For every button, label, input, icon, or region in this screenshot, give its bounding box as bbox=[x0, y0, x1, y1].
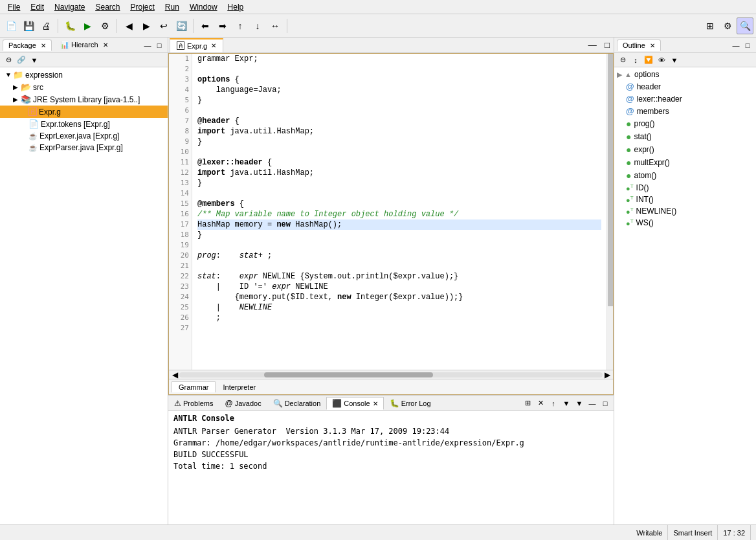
bottom-tab-interpreter[interactable]: Interpreter bbox=[216, 381, 263, 393]
code-line-20[interactable]: prog: stat+ ; bbox=[197, 251, 601, 261]
toolbar-nav-prev-btn[interactable]: ↑ bbox=[232, 17, 249, 34]
toolbar-prev-btn[interactable]: ◀ bbox=[120, 17, 137, 34]
tab-outline-close[interactable]: ✕ bbox=[650, 42, 655, 49]
code-line-6[interactable] bbox=[197, 106, 601, 116]
toolbar-nav-last-btn[interactable]: ↔ bbox=[267, 17, 284, 34]
bottom-tab-declaration[interactable]: 🔍 Declaration bbox=[267, 397, 327, 410]
code-line-1[interactable]: grammar Expr; bbox=[197, 54, 601, 64]
code-line-3[interactable]: options { bbox=[197, 74, 601, 85]
outline-item-multExpr[interactable]: ●multExpr() bbox=[614, 156, 756, 169]
editor-scrollbar-h[interactable]: ◀ ▶ bbox=[169, 370, 613, 379]
code-line-4[interactable]: language=Java; bbox=[197, 85, 601, 95]
editor-tab-expr-g[interactable]: 🄰 Expr.g ✕ bbox=[170, 38, 223, 52]
tree-arrow-src[interactable]: ▶ bbox=[13, 84, 21, 91]
toolbar-settings-btn[interactable]: ⚙ bbox=[719, 17, 736, 34]
scrollbar-track[interactable] bbox=[179, 372, 603, 377]
editor-max-btn[interactable]: □ bbox=[601, 39, 614, 51]
scroll-left-btn[interactable]: ◀ bbox=[170, 370, 179, 379]
scrollbar-thumb[interactable] bbox=[264, 372, 434, 377]
tree-arrow-jre[interactable]: ▶ bbox=[13, 96, 21, 103]
code-line-11[interactable]: @lexer::header { bbox=[197, 157, 601, 168]
toolbar-view-btn[interactable]: ⊞ bbox=[702, 17, 718, 34]
outline-item-NEWLINE[interactable]: ●TNEWLINE() bbox=[614, 205, 756, 217]
outline-item-ID[interactable]: ●TID() bbox=[614, 182, 756, 194]
bottom-panel-btn1[interactable]: ⊞ bbox=[522, 398, 533, 409]
bottom-panel-max-btn[interactable]: □ bbox=[599, 398, 611, 409]
collapse-all-btn[interactable]: ⊖ bbox=[3, 54, 14, 66]
outline-collapse-btn[interactable]: ⊖ bbox=[617, 54, 628, 66]
tree-item-expr-parser[interactable]: ☕ ExprParser.java [Expr.g] bbox=[0, 142, 168, 153]
code-line-9[interactable]: } bbox=[197, 137, 601, 147]
bottom-panel-btn5[interactable]: ▼ bbox=[573, 398, 585, 409]
outline-item-header[interactable]: @header bbox=[614, 80, 756, 93]
menu-help[interactable]: Help bbox=[223, 1, 249, 13]
outline-expand-arrow[interactable]: ▶ bbox=[617, 71, 622, 79]
toolbar-run-btn[interactable]: ▶ bbox=[79, 17, 96, 34]
outline-filter-btn[interactable]: 🔽 bbox=[643, 54, 654, 66]
code-line-25[interactable]: | NEWLINE bbox=[197, 302, 601, 313]
outline-min-btn[interactable]: — bbox=[730, 39, 742, 51]
toolbar-back-btn[interactable]: ⬅ bbox=[197, 17, 214, 34]
code-line-16[interactable]: /** Map variable name to Integer object … bbox=[197, 209, 601, 219]
toolbar-search-btn[interactable]: 🔍 bbox=[737, 17, 753, 34]
menu-run[interactable]: Run bbox=[160, 1, 184, 13]
tree-arrow-expression[interactable]: ▼ bbox=[5, 71, 13, 78]
toolbar-save-btn[interactable]: 💾 bbox=[20, 17, 37, 34]
bottom-tab-error-log[interactable]: 🐛 Error Log bbox=[384, 397, 437, 410]
code-line-26[interactable]: ; bbox=[197, 313, 601, 323]
outline-item-options[interactable]: ▶▲options bbox=[614, 69, 756, 80]
code-line-15[interactable]: @members { bbox=[197, 199, 601, 209]
left-panel-max-btn[interactable]: □ bbox=[153, 39, 165, 51]
code-line-23[interactable]: | ID '=' expr NEWLINE bbox=[197, 282, 601, 292]
console-tab-close[interactable]: ✕ bbox=[373, 400, 378, 407]
outline-menu-btn[interactable]: ▼ bbox=[669, 54, 680, 66]
toolbar-fwd-btn[interactable]: ➡ bbox=[214, 17, 231, 34]
bottom-tab-problems[interactable]: ⚠ Problems bbox=[168, 397, 219, 410]
tree-item-expression[interactable]: ▼ 📁 expression bbox=[0, 69, 168, 81]
toolbar-debug-btn[interactable]: 🐛 bbox=[61, 17, 78, 34]
toolbar-last-btn[interactable]: ↩ bbox=[155, 17, 172, 34]
view-menu-btn[interactable]: ▼ bbox=[28, 54, 40, 66]
code-content[interactable]: grammar Expr; options { language=Java;} … bbox=[192, 54, 606, 370]
bottom-tab-grammar[interactable]: Grammar bbox=[172, 381, 216, 392]
code-line-18[interactable]: } bbox=[197, 230, 601, 240]
code-line-21[interactable] bbox=[197, 261, 601, 271]
bottom-panel-btn2[interactable]: ✕ bbox=[535, 398, 546, 409]
menu-project[interactable]: Project bbox=[125, 1, 159, 13]
scroll-right-btn[interactable]: ▶ bbox=[603, 370, 612, 379]
link-editor-btn[interactable]: 🔗 bbox=[16, 54, 27, 66]
code-line-22[interactable]: stat: expr NEWLINE {System.out.println($… bbox=[197, 271, 601, 282]
toolbar-next-btn[interactable]: ▶ bbox=[138, 17, 155, 34]
code-line-8[interactable]: import java.util.HashMap; bbox=[197, 126, 601, 137]
outline-item-prog[interactable]: ●prog() bbox=[614, 117, 756, 130]
outline-item-stat[interactable]: ●stat() bbox=[614, 130, 756, 143]
menu-window[interactable]: Window bbox=[184, 1, 223, 13]
menu-navigate[interactable]: Navigate bbox=[49, 1, 90, 13]
outline-item-lexer::header[interactable]: @lexer::header bbox=[614, 93, 756, 105]
toolbar-nav-next-btn[interactable]: ↓ bbox=[249, 17, 266, 34]
code-line-19[interactable] bbox=[197, 240, 601, 251]
bottom-tab-console[interactable]: ⬛ Console ✕ bbox=[326, 397, 383, 410]
outline-item-expr[interactable]: ●expr() bbox=[614, 143, 756, 156]
tab-package-close[interactable]: ✕ bbox=[41, 42, 46, 49]
code-line-27[interactable] bbox=[197, 323, 601, 333]
code-line-24[interactable]: {memory.put($ID.text, new Integer($expr.… bbox=[197, 292, 601, 302]
outline-item-INT[interactable]: ●TINT() bbox=[614, 194, 756, 205]
toolbar-refresh-btn[interactable]: 🔄 bbox=[173, 17, 190, 34]
tree-item-jre[interactable]: ▶ 📚 JRE System Library [java-1.5..] bbox=[0, 93, 168, 106]
outline-item-WS[interactable]: ●TWS() bbox=[614, 217, 756, 229]
outline-item-atom[interactable]: ●atom() bbox=[614, 169, 756, 182]
code-line-10[interactable] bbox=[197, 147, 601, 157]
outline-sort-btn[interactable]: ↕ bbox=[630, 54, 641, 66]
toolbar-print-btn[interactable]: 🖨 bbox=[38, 17, 54, 34]
editor-min-btn[interactable]: — bbox=[584, 39, 601, 51]
tab-outline[interactable]: Outline ✕ bbox=[617, 39, 661, 51]
editor-tab-close[interactable]: ✕ bbox=[211, 42, 216, 49]
toolbar-external-btn[interactable]: ⚙ bbox=[96, 17, 113, 34]
tab-hierarchy[interactable]: 📊 Hierarch ✕ bbox=[54, 39, 114, 51]
bottom-tab-javadoc[interactable]: @ Javadoc bbox=[219, 397, 267, 410]
code-line-17[interactable]: HashMap memory = new HashMap(); bbox=[197, 219, 601, 230]
outline-hide-btn[interactable]: 👁 bbox=[656, 54, 667, 66]
outline-max-btn[interactable]: □ bbox=[742, 39, 753, 51]
editor-content[interactable]: 1234567891011121314151617181920212223242… bbox=[169, 54, 613, 370]
